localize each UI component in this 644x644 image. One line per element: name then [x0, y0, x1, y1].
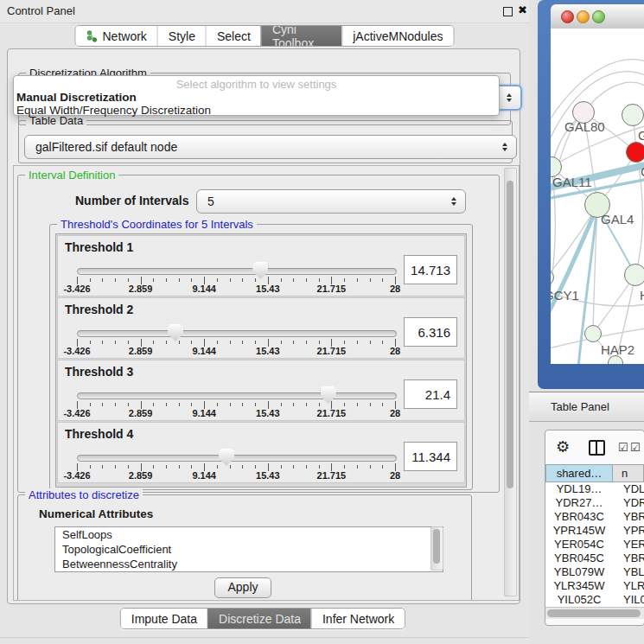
number-of-intervals-select[interactable]: 5: [196, 189, 466, 214]
table-settings-gear-icon[interactable]: ⚙: [556, 437, 570, 456]
settings-scrollbar-thumb[interactable]: [507, 181, 513, 488]
table-cell[interactable]: YBR045C: [545, 552, 613, 565]
attributes-list-scrollbar-thumb[interactable]: [433, 529, 440, 564]
network-node-gcy1[interactable]: [551, 270, 554, 285]
slider-tick-label: -3.426: [63, 284, 90, 294]
attribute-item-topologicalcoefficient[interactable]: TopologicalCoefficient: [55, 542, 443, 557]
tab-style[interactable]: Style: [157, 26, 206, 46]
table-body: YDL19…YDL1YDR27…YDR2YBR043CYBR0YPR145WYP…: [545, 482, 644, 607]
checkbox-icon[interactable]: ☑: [630, 441, 641, 454]
bottom-tab-infer-network[interactable]: Infer Network: [311, 609, 405, 628]
slider-tick-label: 28: [390, 408, 400, 418]
table-cell[interactable]: YBR0: [613, 552, 644, 565]
slider-track[interactable]: [77, 330, 397, 337]
slider-tick-label: 28: [390, 346, 400, 356]
table-row[interactable]: YLR345WYLR3: [545, 579, 644, 593]
threshold-1-value-field[interactable]: 14.713: [404, 255, 457, 284]
network-canvas[interactable]: GAL80GCGAL11GAL4GCY1HHAP2: [551, 29, 644, 364]
table-cell[interactable]: YLR345W: [545, 579, 613, 593]
float-panel-icon[interactable]: [503, 7, 513, 16]
table-cell[interactable]: YPR145W: [545, 524, 613, 538]
table-row[interactable]: YIL052CYIL0: [545, 593, 644, 607]
table-cell[interactable]: YPR1: [613, 524, 644, 538]
table-cell[interactable]: YER054C: [545, 538, 613, 552]
threshold-4-value-field[interactable]: 11.344: [404, 442, 457, 471]
algorithm-option-manual-discretization[interactable]: Manual Discretization: [14, 91, 499, 104]
slider-tick-label: 9.144: [192, 470, 216, 481]
attributes-list-scrollbar[interactable]: [430, 526, 443, 571]
network-node-g[interactable]: [622, 104, 644, 126]
bottom-tab-impute-data[interactable]: Impute Data: [121, 609, 207, 628]
tab-jactivemnodules[interactable]: jActiveMNodules: [341, 26, 453, 46]
spinner-icon: [507, 91, 513, 105]
table-cell[interactable]: YDR27…: [545, 496, 613, 510]
network-node-c[interactable]: [626, 142, 644, 163]
table-horizontal-scrollbar[interactable]: [545, 607, 644, 619]
table-data-select[interactable]: galFiltered.sif default node: [24, 135, 517, 159]
bottom-tab-infer-network-label: Infer Network: [322, 612, 394, 626]
minimize-window-icon[interactable]: [577, 10, 590, 23]
table-row[interactable]: YBR045CYBR0: [545, 552, 644, 565]
close-panel-icon[interactable]: ✖: [518, 3, 527, 16]
interval-definition-group-title: Interval Definition: [25, 169, 118, 182]
threshold-4-slider[interactable]: -3.4262.8599.14415.4321.71528: [77, 423, 395, 484]
table-row[interactable]: YDR27…YDR2: [545, 496, 644, 510]
attribute-item-betweennesscentrality[interactable]: BetweennessCentrality: [55, 557, 443, 571]
table-column-header-n[interactable]: n: [613, 464, 644, 482]
threshold-3-slider[interactable]: -3.4262.8599.14415.4321.71528: [77, 360, 395, 422]
table-column-header-shared[interactable]: shared…: [545, 464, 613, 482]
checkbox-icon[interactable]: ☑: [618, 441, 628, 454]
table-cell[interactable]: YDL19…: [545, 482, 613, 496]
slider-tick-label: 21.715: [317, 470, 347, 481]
table-row[interactable]: YDL19…YDL1: [545, 482, 644, 496]
table-header-row: shared…n: [545, 464, 644, 482]
tab-cyni-toolbox[interactable]: Cyni Toolbox: [261, 26, 341, 46]
control-panel-titlebar: Control Panel ✖: [0, 0, 529, 23]
slider-track[interactable]: [77, 392, 397, 399]
spinner-icon: [502, 140, 509, 154]
table-cell[interactable]: YDR2: [613, 496, 644, 510]
settings-scroll-area: Interval Definition Number of Intervals …: [13, 165, 520, 601]
threshold-2-slider[interactable]: -3.4262.8599.14415.4321.71528: [77, 298, 395, 360]
slider-track[interactable]: [77, 455, 397, 462]
slider-tick-label: 28: [390, 284, 400, 294]
algorithm-dropdown-popup: Select algorithm to view settings Manual…: [13, 75, 500, 116]
attribute-item-selfloops[interactable]: SelfLoops: [55, 527, 443, 542]
number-of-intervals-label: Number of Intervals: [75, 194, 188, 207]
table-horizontal-scrollbar-thumb[interactable]: [547, 609, 641, 617]
close-window-icon[interactable]: [561, 10, 574, 23]
threshold-3-value-field[interactable]: 21.4: [404, 379, 457, 409]
table-cell[interactable]: YBL0: [613, 565, 644, 579]
settings-scrollbar[interactable]: [504, 168, 517, 596]
algorithm-option-equal-width-frequency-discretization[interactable]: Equal Width/Frequency Discretization: [14, 104, 499, 117]
table-row[interactable]: YER054CYER0: [545, 538, 644, 552]
column-layout-icon[interactable]: [589, 440, 605, 456]
zoom-window-icon[interactable]: [592, 10, 605, 23]
threshold-2-value-field[interactable]: 6.316: [404, 317, 457, 347]
table-cell[interactable]: YER0: [613, 538, 644, 552]
table-cell[interactable]: YDL1: [613, 482, 644, 496]
table-cell[interactable]: YBR043C: [545, 510, 613, 524]
network-node-h[interactable]: [624, 264, 644, 286]
network-node-hap2[interactable]: [584, 325, 602, 342]
slider-tick-label: 21.715: [317, 346, 347, 356]
table-row[interactable]: YBL079WYBL0: [545, 565, 644, 579]
table-row[interactable]: YBR043CYBR0: [545, 510, 644, 524]
tab-select[interactable]: Select: [206, 26, 261, 46]
table-data-selected-value: galFiltered.sif default node: [35, 140, 177, 154]
table-row[interactable]: YPR145WYPR1: [545, 524, 644, 538]
network-window-titlebar[interactable]: [551, 4, 644, 29]
threshold-1-slider[interactable]: -3.4262.8599.14415.4321.71528: [77, 236, 395, 297]
slider-track[interactable]: [77, 268, 397, 275]
apply-button[interactable]: Apply: [214, 577, 271, 598]
bottom-tab-discretize-data[interactable]: Discretize Data: [207, 609, 311, 628]
table-cell[interactable]: YBR0: [613, 510, 644, 524]
slider-tick-label: 9.144: [192, 346, 216, 356]
numerical-attributes-list[interactable]: SelfLoopsTopologicalCoefficientBetweenne…: [54, 526, 443, 572]
tab-network[interactable]: Network: [76, 26, 157, 46]
table-cell[interactable]: YBL079W: [545, 565, 613, 579]
table-cell[interactable]: YIL052C: [545, 593, 613, 607]
table-cell[interactable]: YLR3: [613, 579, 644, 593]
interval-definition-group: Interval Definition Number of Intervals …: [17, 175, 500, 493]
table-cell[interactable]: YIL0: [613, 593, 644, 607]
